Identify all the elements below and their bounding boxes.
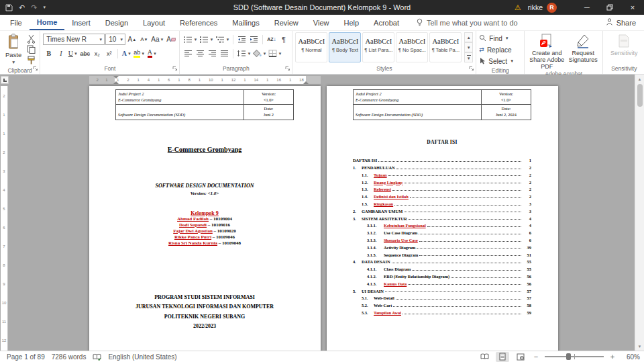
- page-2[interactable]: Judul Project 2 E-Commerce Grombyang Ver…: [327, 86, 558, 351]
- zoom-in-button[interactable]: +: [608, 353, 616, 361]
- clipboard-dialog-launcher[interactable]: [33, 64, 38, 73]
- web-layout-button[interactable]: [514, 352, 527, 362]
- vertical-scrollbar[interactable]: ▲ ▼: [635, 75, 644, 351]
- paragraph-dialog-launcher[interactable]: [285, 64, 290, 73]
- toc-entry[interactable]: 3.1.5.Sequence Diagram51: [353, 250, 531, 257]
- select-button[interactable]: Select ▼: [479, 56, 521, 66]
- paste-dropdown-arrow-icon[interactable]: ▼: [11, 59, 15, 66]
- font-dialog-launcher[interactable]: [172, 64, 178, 73]
- style-card[interactable]: AaBbCcI¶ No Spac...: [396, 32, 428, 62]
- toc-entry[interactable]: 3.1.4.Activity Diagram39: [353, 242, 531, 250]
- decrease-indent-button[interactable]: [236, 34, 248, 44]
- toc-entry[interactable]: 5.UI DESAIN57: [353, 286, 531, 293]
- toc-entry[interactable]: 3.1.3.Skenario Use Case6: [353, 235, 531, 242]
- redo-icon[interactable]: ↷: [31, 3, 37, 12]
- page-1[interactable]: Judul Project 2 E-Commerce Grombyang Ver…: [89, 86, 321, 351]
- toc-entry[interactable]: 5.2.Web-Cart58: [353, 300, 531, 308]
- word-count[interactable]: 7286 words: [52, 353, 87, 361]
- tell-me-box[interactable]: Tell me what you want to do: [416, 18, 518, 28]
- account-name[interactable]: rikke: [528, 3, 543, 11]
- clear-formatting-button[interactable]: A: [165, 34, 176, 44]
- toc-entry[interactable]: 4.1.3.Kamus Data56: [353, 279, 531, 286]
- toc-entry[interactable]: 4.1.1.Class Diagram55: [353, 264, 531, 271]
- hanging-indent-marker[interactable]: [113, 81, 119, 84]
- grow-font-button[interactable]: A▲: [126, 34, 138, 44]
- toc-entry[interactable]: 1.2.Ruang Lingkup2: [353, 177, 531, 185]
- ribbon-tab-help[interactable]: Help: [336, 15, 366, 30]
- toc-entry[interactable]: 3.1.1.Kebutuhan Fungsional4: [353, 221, 531, 228]
- minimize-button[interactable]: ─: [576, 0, 598, 15]
- ribbon-tab-layout[interactable]: Layout: [136, 15, 172, 30]
- paste-button[interactable]: Paste ▼: [3, 32, 24, 66]
- toc-entry[interactable]: 1.1.Tujuan2: [353, 170, 531, 177]
- toc-entry[interactable]: 2.GAMBARAN UMUM3: [353, 206, 531, 214]
- styles-dialog-launcher[interactable]: [469, 64, 474, 73]
- superscript-button[interactable]: x²: [103, 48, 115, 58]
- numbering-button[interactable]: ▼: [199, 34, 214, 44]
- text-effects-button[interactable]: A▼: [121, 48, 132, 58]
- align-right-button[interactable]: [207, 48, 218, 58]
- zoom-slider[interactable]: [545, 356, 604, 357]
- shrink-font-button[interactable]: A▼: [138, 34, 150, 44]
- restore-button[interactable]: [598, 0, 621, 15]
- language-indicator[interactable]: English (United States): [108, 353, 176, 361]
- strikethrough-button[interactable]: abc: [79, 48, 91, 58]
- toc-entry[interactable]: 5.3.Tampilan Awal59: [353, 308, 531, 315]
- save-button[interactable]: [5, 4, 13, 11]
- copy-button[interactable]: [25, 44, 37, 54]
- read-mode-button[interactable]: [478, 352, 491, 362]
- scroll-up-arrow-icon[interactable]: ▲: [635, 75, 644, 83]
- toc-entry[interactable]: 1.PENDAHULUAN2: [353, 163, 531, 170]
- highlight-color-button[interactable]: ab▼: [133, 48, 146, 58]
- toc-entry[interactable]: 4.1.2.ERD (Entity Relationship Diagram)5…: [353, 271, 531, 279]
- styles-scroll-down-button[interactable]: ▼: [464, 42, 473, 52]
- toc-entry[interactable]: 1.3.Referensi2: [353, 185, 531, 192]
- subscript-button[interactable]: x₂: [91, 48, 103, 58]
- vertical-ruler[interactable]: 21123456789101112: [1, 86, 8, 351]
- zoom-out-button[interactable]: −: [532, 353, 540, 361]
- align-left-button[interactable]: [182, 48, 194, 58]
- underline-button[interactable]: U▼: [67, 48, 78, 58]
- style-card[interactable]: AaBbCcI¶ Table Pa...: [429, 32, 462, 62]
- shading-button[interactable]: ▼: [252, 48, 267, 58]
- replace-button[interactable]: ⇄ Replace: [479, 44, 521, 55]
- format-painter-button[interactable]: [25, 55, 37, 65]
- style-card[interactable]: AaBbCcI¶ Body Text: [329, 32, 361, 62]
- align-center-button[interactable]: [195, 48, 206, 58]
- ribbon-tab-design[interactable]: Design: [98, 15, 136, 30]
- sort-button[interactable]: AZ↓: [266, 34, 277, 44]
- font-size-dropdown-icon[interactable]: ▼: [117, 38, 123, 42]
- create-share-pdf-button[interactable]: Create and Share Adobe PDF: [527, 32, 566, 70]
- page-indicator[interactable]: Page 1 of 89: [7, 353, 45, 361]
- tab-stop-selector[interactable]: [1, 76, 9, 84]
- font-family-dropdown-icon[interactable]: ▼: [97, 38, 103, 42]
- line-spacing-button[interactable]: ▼: [236, 48, 252, 58]
- show-paragraph-marks-button[interactable]: ¶: [278, 34, 289, 44]
- bold-button[interactable]: B: [43, 48, 54, 58]
- ribbon-tab-acrobat[interactable]: Acrobat: [366, 15, 407, 30]
- ribbon-tab-mailings[interactable]: Mailings: [225, 15, 266, 30]
- zoom-slider-thumb[interactable]: [566, 353, 571, 360]
- zoom-level[interactable]: 60%: [621, 353, 640, 361]
- ribbon-tab-review[interactable]: Review: [267, 15, 306, 30]
- request-signatures-button[interactable]: Request Signatures: [566, 32, 600, 70]
- styles-more-button[interactable]: ▼: [464, 52, 473, 62]
- right-indent-marker[interactable]: [303, 81, 309, 84]
- select-dropdown-icon[interactable]: ▼: [510, 59, 514, 63]
- borders-button[interactable]: ▼: [268, 48, 282, 58]
- toc-entry[interactable]: 5.1.Web-Detail57: [353, 293, 531, 301]
- proofing-status[interactable]: [93, 353, 101, 361]
- font-size-combo[interactable]: 10▼: [105, 34, 125, 45]
- ribbon-tab-view[interactable]: View: [306, 15, 337, 30]
- ribbon-tab-file[interactable]: File: [3, 15, 30, 30]
- account-avatar[interactable]: R: [547, 3, 557, 13]
- cut-button[interactable]: [25, 34, 37, 44]
- font-family-combo[interactable]: Times New R▼: [43, 34, 105, 45]
- notification-alert-icon[interactable]: ⚠: [515, 3, 521, 12]
- style-card[interactable]: AaBbCcI¶ Normal: [295, 32, 327, 62]
- find-dropdown-icon[interactable]: ▼: [505, 36, 509, 40]
- toc-entry[interactable]: 3.1.2.Use Case Diagram6: [353, 228, 531, 235]
- undo-icon[interactable]: ↶: [19, 3, 25, 12]
- find-button[interactable]: Find ▼: [479, 33, 521, 44]
- font-color-button[interactable]: A▼: [146, 48, 158, 58]
